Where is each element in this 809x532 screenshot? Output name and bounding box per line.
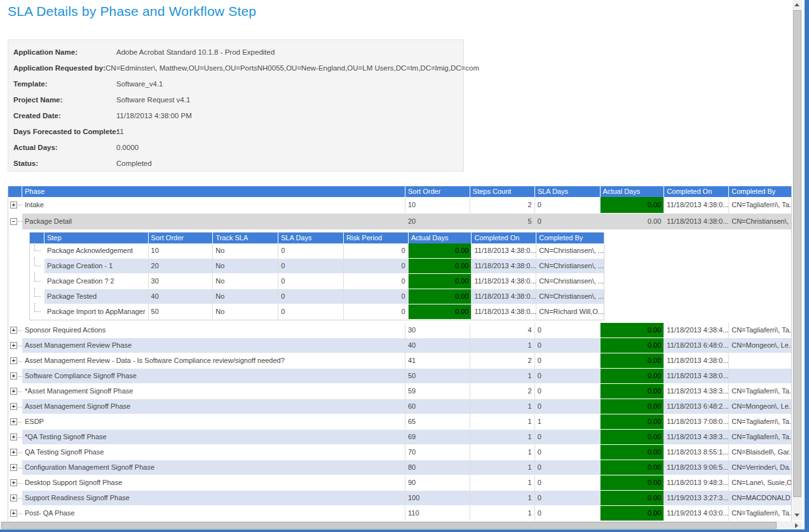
completed-on-cell: 11/18/2013 9:06:5... [664, 460, 729, 475]
sort-order-cell: 50 [149, 304, 214, 320]
info-field-label: Application Name: [13, 48, 116, 56]
completed-by-cell: CN=Christiansen\, ... [536, 274, 604, 289]
phase-cell: Asset Management Review Phase [22, 338, 405, 353]
phase-cell: Desktop Support Signoff Phase [22, 475, 405, 491]
expand-toggle-icon[interactable]: + [10, 479, 17, 486]
completed-on-cell: 11/18/2013 4:38:4... [664, 323, 729, 338]
step-header-risk_period: Risk Period [344, 233, 409, 243]
tree-branch-icon [34, 273, 41, 282]
sla-days-cell: 0 [278, 243, 344, 259]
actual-days-cell: 0.00 [601, 338, 665, 353]
phase-row: +Asset Management Signoff Phase60100.001… [8, 399, 791, 414]
steps-count-cell: 1 [470, 491, 535, 506]
completed-on-cell: 11/18/2013 4:38:0... [472, 304, 536, 320]
tree-branch-icon [34, 242, 41, 251]
info-field-value: Adobe Acrobat Standard 10.1.8 - Prod Exp… [116, 48, 275, 56]
completed-on-cell: 11/18/2013 4:38:0... [664, 197, 729, 214]
track-sla-cell: No [213, 289, 278, 304]
sort-order-cell: 40 [405, 338, 470, 353]
sort-order-cell: 40 [149, 289, 214, 304]
sla-days-cell: 0 [278, 304, 344, 320]
completed-by-cell: CN=Mongeon\, Le... [729, 399, 791, 414]
row-expander-cell: + [8, 460, 22, 475]
phase-cell: ESDP [22, 414, 405, 430]
row-expander-cell: + [8, 475, 22, 491]
phase-row: +Sponsor Required Actions30400.0011/18/2… [8, 323, 791, 338]
step-row: Package Acknowledgement10No000.0011/18/2… [30, 243, 604, 259]
actual-days-cell: 0.00 [601, 399, 665, 414]
expand-toggle-icon[interactable]: + [10, 494, 17, 501]
row-expander-cell: + [8, 338, 22, 353]
info-field-row: Template:Software_v4.1 [13, 76, 463, 92]
completed-on-cell: 11/18/2013 9:48:3... [664, 475, 729, 491]
info-field-row: Actual Days:0.0000 [13, 139, 463, 155]
phase-cell: QA Testing Signoff Phase [22, 445, 405, 460]
row-expander-cell [30, 289, 44, 304]
step-header-completed_on: Completed On [472, 233, 536, 243]
expand-toggle-icon[interactable]: + [10, 433, 17, 440]
horizontal-scroll-thumb[interactable] [1, 522, 777, 529]
step-header-sort_order: Sort Order [149, 233, 214, 243]
sla-days-cell: 0 [535, 399, 601, 414]
expand-toggle-icon[interactable]: + [10, 449, 17, 456]
expand-toggle-icon[interactable]: + [10, 372, 17, 379]
actual-days-cell: 0.00 [601, 369, 665, 384]
vertical-scrollbar[interactable] [792, 0, 802, 520]
phase-header-phase: Phase [22, 186, 405, 197]
row-expander-cell: + [8, 353, 22, 369]
scroll-down-button[interactable] [792, 510, 802, 520]
info-field-value: 0.0000 [116, 144, 139, 151]
completed-by-cell [729, 369, 791, 384]
actual-days-cell: 0.00 [601, 460, 665, 475]
step-row: Package Creation - 120No000.0011/18/2013… [30, 259, 604, 274]
sla-days-cell: 0 [535, 323, 601, 338]
steps-count-cell: 2 [470, 197, 535, 214]
scroll-up-button[interactable] [792, 0, 802, 10]
info-field-label: Project Name: [13, 96, 116, 104]
phase-cell: Asset Management Signoff Phase [22, 399, 405, 414]
track-sla-cell: No [213, 243, 278, 259]
completed-on-cell: 11/18/2013 6:48:2... [664, 399, 729, 414]
step-row: Package Tested40No000.0011/18/2013 4:38:… [30, 289, 604, 304]
expand-toggle-icon[interactable]: + [10, 464, 17, 471]
sla-days-cell: 1 [535, 414, 601, 430]
row-expander-cell: + [8, 430, 22, 445]
expand-toggle-icon[interactable]: + [10, 388, 17, 395]
sort-order-cell: 100 [405, 491, 470, 506]
scroll-right-button[interactable] [792, 521, 801, 529]
actual-days-cell: 0.00 [409, 259, 472, 274]
horizontal-scrollbar[interactable] [0, 521, 802, 529]
phase-header-completed_on: Completed On [664, 186, 729, 197]
info-field-value: 11/18/2013 4:38:00 PM [116, 112, 192, 119]
sort-order-cell: 10 [405, 197, 470, 214]
phase-row: +Software Compliance Signoff Phase50100.… [8, 369, 791, 384]
expand-toggle-icon[interactable]: + [10, 201, 17, 208]
sla-days-cell: 0 [278, 274, 344, 289]
row-expander-cell: + [8, 197, 22, 214]
steps-count-cell: 1 [470, 445, 535, 460]
completed-by-cell: CN=Blaisdell\, Gar... [729, 445, 791, 460]
track-sla-cell: No [213, 274, 278, 289]
actual-days-cell: 0.00 [601, 475, 665, 491]
expand-toggle-icon[interactable]: + [10, 327, 17, 334]
expand-toggle-icon[interactable]: + [10, 342, 17, 349]
phase-cell: *Asset Management Signoff Phase [22, 384, 405, 399]
expand-toggle-icon[interactable]: + [10, 418, 17, 425]
sla-days-cell: 0 [535, 430, 601, 445]
tree-branch-icon [34, 288, 41, 297]
row-expander-cell: + [8, 384, 22, 399]
step-cell: Package Creation - 1 [44, 259, 149, 274]
expand-toggle-icon[interactable]: + [10, 357, 17, 364]
phase-header-row: PhaseSort OrderSteps CountSLA DaysActual… [8, 186, 791, 197]
sla-days-cell: 0 [535, 384, 601, 399]
collapse-toggle-icon[interactable]: − [10, 218, 17, 225]
phase-row: +Configuration Management Signoff Phase8… [8, 460, 791, 475]
expand-toggle-icon[interactable]: + [10, 403, 17, 410]
vertical-scroll-thumb[interactable] [793, 10, 801, 497]
completed-by-cell: CN=Mongeon\, Le... [729, 338, 791, 353]
track-sla-cell: No [213, 304, 278, 320]
phase-cell: Package Detail [22, 214, 405, 230]
phase-cell: Software Compliance Signoff Phase [22, 369, 405, 384]
expand-toggle-icon[interactable]: + [10, 510, 17, 517]
completed-by-cell: CN=Tagliaferri\, Ta.. [729, 197, 791, 214]
